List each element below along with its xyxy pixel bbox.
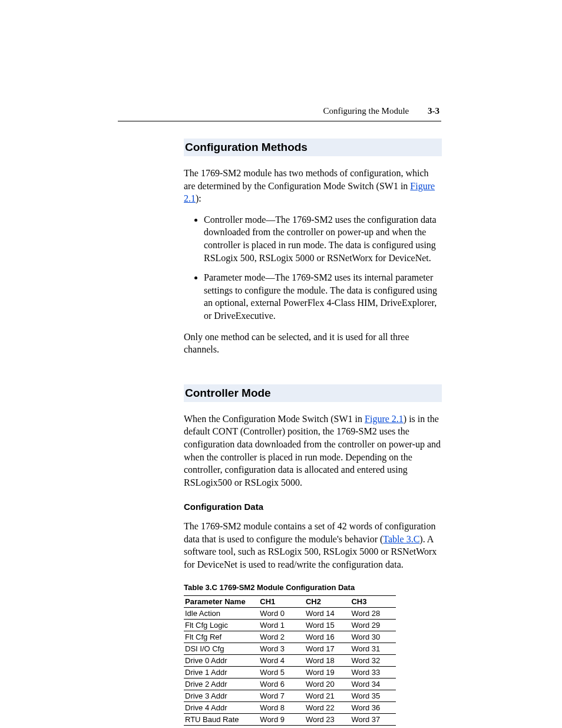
table-cell: Drive 0 Addr	[184, 654, 259, 666]
table-cell: Word 2	[259, 631, 305, 643]
table-row: Drive 3 AddrWord 7Word 21Word 35	[184, 690, 396, 701]
col-header: Parameter Name	[184, 595, 259, 607]
table-cell: Word 6	[259, 678, 305, 690]
table-cell: Drive 3 Addr	[184, 690, 259, 701]
table-cell: Word 23	[305, 713, 351, 725]
header-title: Configuring the Module	[323, 106, 409, 116]
bullet-list: Controller mode—The 1769-SM2 uses the co…	[184, 213, 441, 322]
table-cell: Word 36	[350, 701, 396, 713]
section-heading-config-methods: Configuration Methods	[184, 139, 442, 156]
table-row: DSI I/O CfgWord 3Word 17Word 31	[184, 643, 396, 654]
list-item: Controller mode—The 1769-SM2 uses the co…	[204, 213, 441, 264]
paragraph: When the Configuration Mode Switch (SW1 …	[184, 413, 441, 489]
table-cell: Flt Cfg Logic	[184, 619, 259, 631]
table-cell: Word 22	[305, 701, 351, 713]
table-cell: Word 18	[305, 654, 351, 666]
text: ):	[196, 193, 201, 203]
table-cell: Word 5	[259, 666, 305, 678]
table-cell: Word 28	[350, 607, 396, 619]
list-item: Parameter mode—The 1769-SM2 uses its int…	[204, 271, 441, 322]
text: ) is in the default CONT (Controller) po…	[184, 414, 441, 487]
table-cell: Word 1	[259, 619, 305, 631]
table-cell: Drive 1 Addr	[184, 666, 259, 678]
table-cell: Drive 2 Addr	[184, 678, 259, 690]
table-cell: Word 15	[305, 619, 351, 631]
table-cell: Word 21	[305, 690, 351, 701]
table-header-row: Parameter Name CH1 CH2 CH3	[184, 595, 396, 607]
content-area: Configuration Methods The 1769-SM2 modul…	[184, 139, 441, 728]
table-cell: Word 30	[350, 631, 396, 643]
table-row: RTU FormatWord 10Word 24Word 38	[184, 725, 396, 728]
table-row: Flt Cfg RefWord 2Word 16Word 30	[184, 631, 396, 643]
table-row: Idle ActionWord 0Word 14Word 28	[184, 607, 396, 619]
table-cell: Word 38	[350, 725, 396, 728]
text: The 1769-SM2 module has two methods of c…	[184, 168, 429, 191]
link-figure-2-1[interactable]: Figure 2.1	[365, 414, 404, 424]
page: Configuring the Module 3-3 Configuration…	[0, 0, 562, 728]
table-row: Drive 4 AddrWord 8Word 22Word 36	[184, 701, 396, 713]
table-cell: Flt Cfg Ref	[184, 631, 259, 643]
table-cell: Word 8	[259, 701, 305, 713]
col-header: CH2	[305, 595, 351, 607]
table-cell: Word 24	[305, 725, 351, 728]
table-cell: Word 9	[259, 713, 305, 725]
table-cell: RTU Format	[184, 725, 259, 728]
table-cell: Word 7	[259, 690, 305, 701]
table-cell: Idle Action	[184, 607, 259, 619]
table-row: Flt Cfg LogicWord 1Word 15Word 29	[184, 619, 396, 631]
running-header: Configuring the Module 3-3	[323, 106, 439, 116]
subsection-heading-config-data: Configuration Data	[184, 502, 441, 512]
table-cell: Word 4	[259, 654, 305, 666]
text: When the Configuration Mode Switch (SW1 …	[184, 414, 365, 424]
table-cell: Drive 4 Addr	[184, 701, 259, 713]
table-cell: Word 19	[305, 666, 351, 678]
paragraph: The 1769-SM2 module contains a set of 42…	[184, 520, 441, 571]
table-caption: Table 3.C 1769-SM2 Module Configuration …	[184, 583, 441, 592]
table-cell: Word 3	[259, 643, 305, 654]
table-cell: Word 14	[305, 607, 351, 619]
page-number: 3-3	[428, 106, 439, 116]
table-cell: DSI I/O Cfg	[184, 643, 259, 654]
table-row: Drive 2 AddrWord 6Word 20Word 34	[184, 678, 396, 690]
table-row: RTU Baud RateWord 9Word 23Word 37	[184, 713, 396, 725]
header-rule	[118, 121, 441, 121]
section-heading-controller-mode: Controller Mode	[184, 384, 442, 402]
table-cell: Word 33	[350, 666, 396, 678]
table-cell: Word 29	[350, 619, 396, 631]
table-row: Drive 0 AddrWord 4Word 18Word 32	[184, 654, 396, 666]
table-cell: Word 34	[350, 678, 396, 690]
table-cell: Word 17	[305, 643, 351, 654]
table-cell: Word 16	[305, 631, 351, 643]
col-header: CH3	[350, 595, 396, 607]
table-cell: Word 32	[350, 654, 396, 666]
table-cell: Word 37	[350, 713, 396, 725]
config-data-table: Parameter Name CH1 CH2 CH3 Idle ActionWo…	[184, 595, 396, 728]
table-cell: Word 20	[305, 678, 351, 690]
col-header: CH1	[259, 595, 305, 607]
table-row: Drive 1 AddrWord 5Word 19Word 33	[184, 666, 396, 678]
table-body: Idle ActionWord 0Word 14Word 28Flt Cfg L…	[184, 607, 396, 728]
paragraph: The 1769-SM2 module has two methods of c…	[184, 167, 441, 205]
table-cell: Word 35	[350, 690, 396, 701]
table-cell: RTU Baud Rate	[184, 713, 259, 725]
table-cell: Word 31	[350, 643, 396, 654]
table-cell: Word 10	[259, 725, 305, 728]
paragraph: Only one method can be selected, and it …	[184, 331, 441, 356]
link-table-3c[interactable]: Table 3.C	[383, 534, 419, 544]
table-cell: Word 0	[259, 607, 305, 619]
